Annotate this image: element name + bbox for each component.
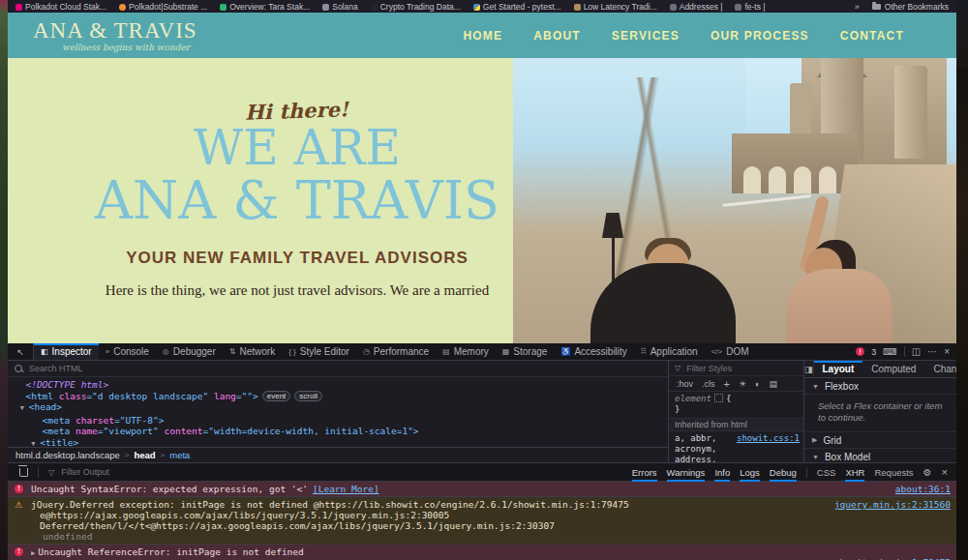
print-sim-icon[interactable]: ▤ xyxy=(769,379,777,389)
stack-frame: Deferred/then/l/</t<@https://ajax.google… xyxy=(31,520,949,531)
devtools-tab-performance[interactable]: ◷Performance xyxy=(356,343,436,360)
stylesheet-link[interactable]: showit.css:1 xyxy=(737,433,800,444)
devtools-tab-storage[interactable]: ▦Storage xyxy=(496,343,555,360)
console-error-message[interactable]: ! Uncaught SyntaxError: expected express… xyxy=(8,482,956,497)
filter-logs-button[interactable]: Logs xyxy=(740,465,760,480)
twisty-icon[interactable]: ▼ xyxy=(20,403,29,415)
inherited-rule[interactable]: a, abbr, acronym, address, applet, artic… xyxy=(669,431,803,462)
filter-output-input[interactable] xyxy=(59,466,198,478)
console-output[interactable]: ! Uncaught SyntaxError: expected express… xyxy=(8,482,956,560)
head-tag[interactable]: <head> xyxy=(29,401,62,412)
devtools-close-icon[interactable]: × xyxy=(944,346,950,357)
bookmark-item[interactable]: Polkadot Cloud Stak... xyxy=(15,2,106,12)
filter-xhr-button[interactable]: XHR xyxy=(845,465,864,480)
filter-errors-button[interactable]: Errors xyxy=(632,465,657,480)
console-warning-message[interactable]: ⚠ jQuery.Deferred exception: initPage is… xyxy=(8,497,956,545)
bookmark-item[interactable]: Low Latency Tradi... xyxy=(574,2,657,12)
meta-viewport-tag[interactable]: <meta xyxy=(43,426,71,436)
site-nav: HOME ABOUT SERVICES OUR PROCESS CONTACT xyxy=(463,29,931,43)
nav-item-about[interactable]: ABOUT xyxy=(533,29,581,43)
source-link[interactable]: about:36:1 xyxy=(891,484,951,494)
doctype-node[interactable]: <!DOCTYPE html> xyxy=(25,379,108,390)
element-rule[interactable]: element{ } xyxy=(669,392,803,415)
devtools-tab-application[interactable]: ⠿Application xyxy=(634,343,705,360)
bookmark-item[interactable]: fe-ts | xyxy=(735,2,765,12)
site-logo[interactable]: ANA & TRAVIS wellness begins with wonder xyxy=(33,19,197,52)
sidebar-toggle-icon[interactable]: ◨ xyxy=(804,361,814,377)
tab-label: Console xyxy=(113,346,149,357)
keyboard-shortcuts-icon[interactable]: ⌨ xyxy=(883,346,896,357)
title-tag[interactable]: <title> xyxy=(40,437,78,448)
sidebar-tab-computed[interactable]: Computed xyxy=(862,361,924,377)
sidebar-tab-layout[interactable]: Layout xyxy=(814,361,863,377)
bookmark-item[interactable]: Get Started - pytest... xyxy=(473,2,561,12)
tab-label: Network xyxy=(239,346,275,357)
console-error-message[interactable]: ! ▶Uncaught ReferenceError: initPage is … xyxy=(8,545,956,560)
console-close-icon[interactable]: × xyxy=(942,466,948,478)
nav-item-home[interactable]: HOME xyxy=(463,29,502,43)
nav-item-our-process[interactable]: OUR PROCESS xyxy=(711,29,809,43)
devtools-tab-console[interactable]: »Console xyxy=(99,343,156,360)
bookmark-item[interactable]: Overview: Tara Stak... xyxy=(220,2,310,12)
grid-section-header[interactable]: ▶ Grid xyxy=(804,432,956,449)
twisty-icon: ▼ xyxy=(812,454,819,460)
filter-requests-button[interactable]: Requests xyxy=(874,465,913,480)
console-filter: ▽ xyxy=(48,466,198,478)
devtools-tab-dom[interactable]: </>DOM xyxy=(705,343,756,360)
devtools-tab-memory[interactable]: ▤Memory xyxy=(436,343,496,360)
devtools-tab-style-editor[interactable]: { }Style Editor xyxy=(282,343,356,360)
add-rule-icon[interactable]: + xyxy=(724,378,730,390)
box-model-header-label: Box Model xyxy=(825,452,870,462)
scroll-badge[interactable]: scroll xyxy=(294,391,322,401)
bookmark-item[interactable]: Solana xyxy=(322,2,357,12)
learn-more-link[interactable]: [Learn More] xyxy=(313,484,379,494)
console-icon: » xyxy=(106,347,109,356)
bookmark-favicon xyxy=(473,4,480,11)
devtools-tab-inspector[interactable]: ◧Inspector xyxy=(34,343,99,360)
bookmark-item[interactable]: Polkadot|Substrate ... xyxy=(119,2,207,12)
html-tag[interactable]: <html xyxy=(25,391,53,401)
bookmarks-overflow-button[interactable]: » xyxy=(855,2,860,12)
return-value: undefined xyxy=(31,531,949,542)
search-html-input[interactable] xyxy=(27,363,321,374)
breadcrumb-item-head[interactable]: head xyxy=(134,450,155,460)
grid-header-label: Grid xyxy=(823,435,841,446)
console-settings-icon[interactable]: ⚙ xyxy=(923,467,932,478)
event-badge[interactable]: event xyxy=(262,391,291,401)
class-button[interactable]: .cls xyxy=(702,379,715,389)
flexbox-section-header[interactable]: ▼ Flexbox xyxy=(804,378,956,395)
filter-css-button[interactable]: CSS xyxy=(817,465,836,480)
twisty-icon[interactable]: ▼ xyxy=(31,439,40,448)
error-badge-icon[interactable]: ! xyxy=(856,347,864,356)
devtools-menu-icon[interactable]: ⋯ xyxy=(927,346,937,357)
markup-tree[interactable]: <!DOCTYPE html> <html class="d desktop l… xyxy=(8,377,668,447)
split-console-icon[interactable]: ◫ xyxy=(912,346,921,357)
light-mode-sim-icon[interactable]: ☀ xyxy=(739,379,746,389)
devtools-tab-accessibility[interactable]: ♿Accessibility xyxy=(554,343,633,360)
sidebar-tab-changes[interactable]: Chan xyxy=(924,361,956,377)
nav-item-contact[interactable]: CONTACT xyxy=(840,29,904,43)
pick-element-button[interactable]: ↖ xyxy=(8,343,34,360)
bookmark-item[interactable]: Crypto Trading Data... xyxy=(371,2,461,12)
meta-charset-tag[interactable]: <meta xyxy=(43,415,71,426)
hero-greeting: Hi there! xyxy=(245,97,349,125)
tab-label: Application xyxy=(650,346,698,357)
expand-twisty-icon[interactable]: ▶ xyxy=(31,549,35,557)
filter-warnings-button[interactable]: Warnings xyxy=(667,465,706,480)
breadcrumb-item-meta[interactable]: meta xyxy=(169,450,190,460)
filter-icon: ▽ xyxy=(48,468,54,477)
other-bookmarks-button[interactable]: Other Bookmarks xyxy=(872,2,949,12)
source-link[interactable]: jquery.min.js:2:31560 xyxy=(830,499,951,510)
pseudo-class-button[interactable]: :hov xyxy=(677,379,693,389)
devtools-tab-debugger[interactable]: ◎Debugger xyxy=(156,343,223,360)
dark-mode-sim-icon[interactable]: ◐ xyxy=(755,379,760,389)
breadcrumb-item-html[interactable]: html.d.desktop.landscape xyxy=(15,450,120,460)
box-model-section-header[interactable]: ▼ Box Model xyxy=(804,449,956,462)
devtools-tab-network[interactable]: ⇅Network xyxy=(223,343,282,360)
bookmark-item[interactable]: Addresses | xyxy=(670,2,723,12)
nav-item-services[interactable]: SERVICES xyxy=(612,29,680,43)
filter-info-button[interactable]: Info xyxy=(714,465,730,480)
filter-debug-button[interactable]: Debug xyxy=(770,465,797,480)
filter-styles-input[interactable] xyxy=(684,363,775,374)
clear-console-icon[interactable] xyxy=(19,468,28,477)
